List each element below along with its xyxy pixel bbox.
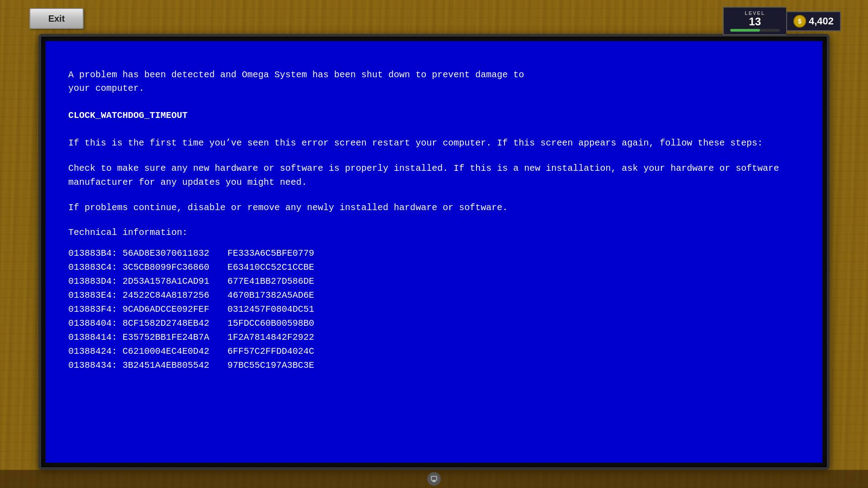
hex-row: 01388434: 3B2451A4EB80554297BC55C197A3BC… [68,358,800,372]
hex-val: 1F2A7814842F2922 [227,330,314,344]
bottom-icon [427,472,441,486]
hex-addr: 013883C4: 3C5CB8099FC36860 [68,260,209,274]
level-number: 13 [749,16,761,28]
hex-row: 013883D4: 2D53A1578A1CAD91677E41BB27D586… [68,274,800,288]
hud-panel: LEVEL 13 $ 4,402 [723,7,841,35]
hex-addr: 013883D4: 2D53A1578A1CAD91 [68,274,209,288]
money-icon: $ [793,15,806,28]
hex-addr: 01388404: 8CF1582D2748EB42 [68,316,209,330]
level-display: LEVEL 13 [723,7,786,35]
bsod-intro: A problem has been detected and Omega Sy… [68,68,800,95]
hex-row: 013883E4: 24522C84A81872564670B17382A5AD… [68,288,800,302]
hex-val: FE333A6C5BFE0779 [227,246,314,260]
svg-rect-0 [431,476,437,480]
hex-addr: 013883B4: 56AD8E3070611832 [68,246,209,260]
exit-button[interactable]: Exit [29,8,84,29]
hex-addr: 01388414: E35752BB1FE24B7A [68,330,209,344]
hex-addr: 01388434: 3B2451A4EB805542 [68,358,209,372]
hex-row: 01388424: C6210004EC4E0D426FF57C2FFDD402… [68,344,800,358]
hex-val: 97BC55C197A3BC3E [227,358,314,372]
hex-val: 677E41BB27D586DE [227,274,314,288]
bsod-error-code: CLOCK_WATCHDOG_TIMEOUT [68,109,800,122]
money-value: 4,402 [809,15,834,27]
hex-val: 0312457F0804DC51 [227,302,314,316]
hex-val: 6FF57C2FFDD4024C [227,344,314,358]
bsod-para3: If problems continue, disable or remove … [68,201,800,215]
bsod-content: A problem has been detected and Omega Sy… [46,41,822,390]
hex-val: 4670B17382A5AD6E [227,288,314,302]
hex-row: 01388414: E35752BB1FE24B7A1F2A7814842F29… [68,330,800,344]
bottom-bar [0,470,868,488]
hex-addr: 013883E4: 24522C84A8187256 [68,288,209,302]
monitor-frame: A problem has been detected and Omega Sy… [38,34,830,470]
svg-rect-2 [432,481,436,482]
hex-addr: 01388424: C6210004EC4E0D42 [68,344,209,358]
level-progress-bar [730,29,780,32]
hex-row: 013883F4: 9CAD6ADCCE092FEF0312457F0804DC… [68,302,800,316]
bsod-line1: A problem has been detected and Omega Sy… [68,70,524,80]
hex-row: 013883C4: 3C5CB8099FC36860E63410CC52C1CC… [68,260,800,274]
level-bar-fill [730,29,760,32]
bsod-tech-label: Technical information: [68,226,800,239]
bsod-para1: If this is the first time you’ve seen th… [68,136,800,150]
svg-rect-1 [433,480,435,481]
bsod-line2: your computer. [68,83,144,94]
hex-row: 013883B4: 56AD8E3070611832FE333A6C5BFE07… [68,246,800,260]
hex-addr: 013883F4: 9CAD6ADCCE092FEF [68,302,209,316]
hex-row: 01388404: 8CF1582D2748EB4215FDCC60B00598… [68,316,800,330]
bsod-hex-table: 013883B4: 56AD8E3070611832FE333A6C5BFE07… [68,246,800,372]
bsod-screen: A problem has been detected and Omega Sy… [46,41,822,463]
bsod-para2: Check to make sure any new hardware or s… [68,161,800,189]
money-display: $ 4,402 [786,11,841,31]
hex-val: E63410CC52C1CCBE [227,260,314,274]
hex-val: 15FDCC60B00598B0 [227,316,314,330]
